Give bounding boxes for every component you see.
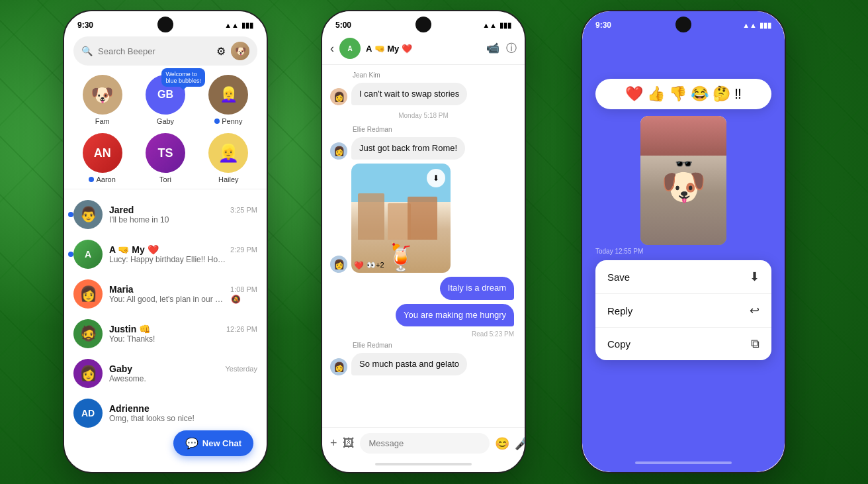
dog-photo[interactable]: 🐶 🕶️ [640,116,726,245]
search-input[interactable] [98,46,211,56]
context-menu-reply[interactable]: Reply ↩ [595,294,771,328]
divider [64,189,267,189]
chat-content-jared: Jared 3:25 PM I'll be home in 10 [109,205,257,224]
chat-name-justin: Justin 👊 [109,324,150,334]
chat-item-gaby[interactable]: 👩 Gaby Yesterday Awesome. [64,354,267,393]
phone-3-screen: 9:30 ▲▲ ▮▮▮ ❤️ 👍 👎 😂 🤔 ‼️ 🐶 [582,11,785,472]
chat-avatar-adrienne: AD [73,399,103,428]
time-3: 9:30 [595,21,611,30]
new-chat-label: New Chat [202,438,241,448]
search-bar[interactable]: 🔍 ⚙ 🐶 [73,36,257,66]
back-button[interactable]: ‹ [330,42,334,56]
home-indicator-2 [375,463,472,465]
avatar-fam[interactable]: 🐶 Fam [83,75,122,125]
chat-item-maria[interactable]: 👩 Maria 1:08 PM You: All good, let's pla… [64,274,267,314]
video-icon[interactable]: 📹 [486,42,499,56]
chat-preview-jared: I'll be home in 10 [109,215,228,224]
msg-input-area: + 🖼 😊 🎤 [322,427,525,459]
notch-3 [675,17,691,32]
image-attach-icon[interactable]: 🖼 [343,436,355,450]
avatar-penny[interactable]: 👱‍♀️ Penny [208,75,248,125]
image-container[interactable]: 🍹 ⬇ ❤️ 👀+2 [351,164,451,273]
avatar-gaby[interactable]: Welcome toblue bubbles! GB Gaby [146,75,185,125]
msg-bubble-italy[interactable]: Italy is a dream [440,277,514,299]
context-menu-save[interactable]: Save ⬇ [595,260,771,294]
msg-avatar-jean: 👩 [330,88,347,105]
avatar-row-1: 🐶 Fam Welcome toblue bubbles! GB Gaby 👱‍… [64,70,267,128]
avatar-fam-label: Fam [95,117,110,125]
notch-2 [415,17,431,32]
avatar-tori-circle: TS [146,133,185,173]
react-think[interactable]: 🤔 [713,85,730,103]
info-icon[interactable]: ⓘ [506,42,517,56]
avatar-fam-circle: 🐶 [83,75,122,115]
battery-icon-3: ▮▮▮ [760,21,771,30]
react-thumbsup[interactable]: 👍 [647,85,665,103]
sunglasses-emoji: 🕶️ [675,156,693,173]
avatar-penny-label: Penny [222,117,242,125]
chat-avatar-jared: 👨 [73,200,103,229]
time-2: 5:00 [335,21,351,30]
avatar-hailey-label: Hailey [218,175,239,183]
chat-content-amy: A 🤜 My ❤️ 2:29 PM Lucy: Happy birthday E… [109,244,257,264]
chat-list: 👨 Jared 3:25 PM I'll be home in 10 A A 🤜… [64,192,267,436]
heart-reaction: ❤️ [354,261,364,270]
msg-sender-jean: Jean Kim [353,72,517,79]
chat-content-maria: Maria 1:08 PM You: All good, let's plan … [109,284,257,304]
reaction-bar: ❤️ 👀+2 [354,261,384,270]
avatar-aaron[interactable]: AN Aaron [83,133,122,183]
react-heart[interactable]: ❤️ [625,85,643,103]
mic-icon[interactable]: 🎤 [515,436,525,451]
phone-3: 9:30 ▲▲ ▮▮▮ ❤️ 👍 👎 😂 🤔 ‼️ 🐶 [581,10,786,473]
add-icon[interactable]: + [330,436,337,450]
chat-time-amy: 2:29 PM [230,246,257,254]
msg-bubble-jean[interactable]: I can't wait to swap stories [351,83,467,105]
save-icon: ⬇ [750,269,760,284]
unread-dot-jared [68,212,73,217]
avatar-hailey-circle: 👱‍♀️ [208,133,248,173]
msg-bubble-hungry[interactable]: You are making me hungry [396,304,514,326]
building-3 [408,197,437,240]
wifi-icon-3: ▲▲ [742,21,757,29]
msg-avatar-ellie2: 👩 [330,358,347,375]
chat-item-jared[interactable]: 👨 Jared 3:25 PM I'll be home in 10 [64,195,267,234]
react-exclamation[interactable]: ‼️ [734,85,742,103]
chat-item-amy[interactable]: A A 🤜 My ❤️ 2:29 PM Lucy: Happy birthday… [64,234,267,274]
msg-sender-ellie2: Ellie Redman [353,342,517,349]
msg-bubble-ellie1[interactable]: Just got back from Rome! [351,137,465,160]
context-menu-copy[interactable]: Copy ⧉ [595,328,771,360]
reply-label: Reply [607,305,632,316]
chat-name-gaby: Gaby [109,363,132,374]
chat-avatar-justin: 🧔 [73,319,103,348]
chat-time-jared: 3:25 PM [230,206,257,214]
react-thumbsdown[interactable]: 👎 [669,85,687,103]
copy-icon: ⧉ [751,337,760,351]
chat-preview-gaby: Awesome. [109,374,228,383]
chat-item-adrienne[interactable]: AD Adrienne Omg, that looks so nice! [64,393,267,433]
chat-preview-maria: You: All good, let's plan in our meeting… [109,295,228,304]
cocktail-glass: 🍹 [384,242,417,273]
battery-icon-1: ▮▮▮ [241,21,253,30]
copy-label: Copy [607,338,630,350]
emoji-icon[interactable]: 😊 [495,436,509,451]
chat-item-justin[interactable]: 🧔 Justin 👊 12:26 PM You: Thanks! [64,314,267,354]
chat-content-gaby: Gaby Yesterday Awesome. [109,363,257,383]
react-laugh[interactable]: 😂 [691,85,709,103]
notch-1 [157,17,173,32]
new-chat-button[interactable]: 💬 New Chat [173,430,253,456]
msg-bubble-pasta[interactable]: So much pasta and gelato [351,353,467,375]
chat-name-maria: Maria [109,284,134,295]
save-label: Save [607,271,630,283]
avatar-hailey[interactable]: 👱‍♀️ Hailey [208,133,248,183]
user-avatar[interactable]: 🐶 [231,42,249,60]
emoji-reaction-row[interactable]: ❤️ 👍 👎 😂 🤔 ‼️ [595,79,771,109]
settings-icon[interactable]: ⚙ [216,45,226,58]
time-monday: Monday 5:18 PM [330,112,517,119]
aaron-dot [89,177,94,182]
battery-icon-2: ▮▮▮ [499,21,511,30]
phone-2: 5:00 ▲▲ ▮▮▮ ‹ A A 🤜 My ❤️ 📹 ⓘ Jean Kim 👩 [321,10,526,473]
messages-area: Jean Kim 👩 I can't wait to swap stories … [322,65,525,433]
chat-avatar-maria: 👩 [73,279,103,309]
avatar-tori[interactable]: TS Tori [146,133,185,183]
message-input[interactable] [360,433,490,454]
